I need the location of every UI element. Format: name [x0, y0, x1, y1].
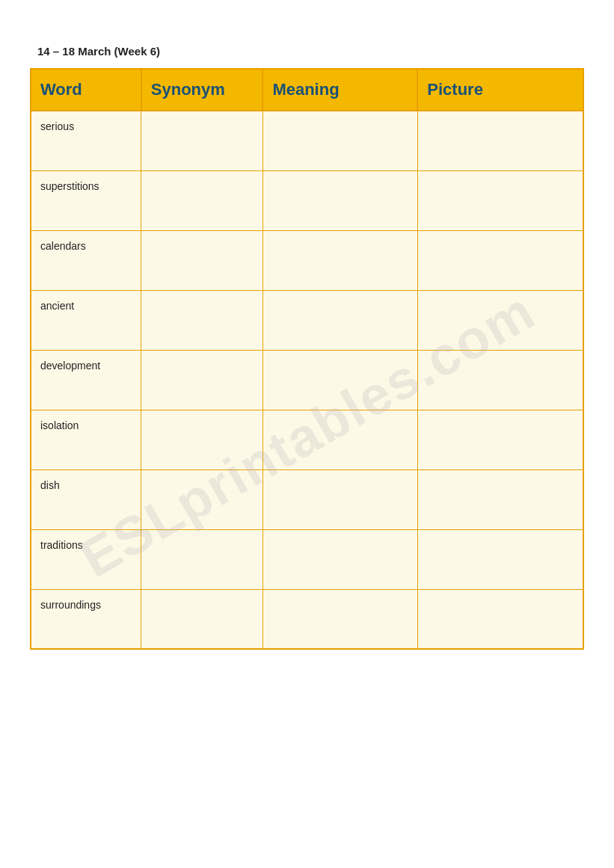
header-picture: Picture	[417, 69, 583, 111]
word-cell: serious	[31, 111, 141, 170]
meaning-cell	[263, 230, 417, 290]
table-row: isolation	[31, 410, 583, 470]
picture-cell	[417, 111, 583, 170]
header-word: Word	[31, 69, 141, 111]
word-cell: ancient	[31, 290, 141, 350]
table-row: dish	[31, 470, 583, 529]
meaning-cell	[263, 111, 417, 170]
synonym-cell	[141, 589, 263, 649]
synonym-cell	[141, 350, 263, 410]
table-row: development	[31, 350, 583, 410]
picture-cell	[417, 230, 583, 290]
meaning-cell	[263, 350, 417, 410]
table-row: superstitions	[31, 170, 583, 230]
word-cell: calendars	[31, 230, 141, 290]
table-row: ancient	[31, 290, 583, 350]
word-cell: traditions	[31, 529, 141, 589]
meaning-cell	[263, 290, 417, 350]
page-container: ESLprintables.com 14 – 18 March (Week 6)…	[0, 0, 614, 868]
header-synonym: Synonym	[141, 69, 263, 111]
picture-cell	[417, 470, 583, 529]
table-row: calendars	[31, 230, 583, 290]
word-cell: superstitions	[31, 170, 141, 230]
synonym-cell	[141, 470, 263, 529]
picture-cell	[417, 170, 583, 230]
synonym-cell	[141, 529, 263, 589]
picture-cell	[417, 410, 583, 470]
meaning-cell	[263, 470, 417, 529]
synonym-cell	[141, 111, 263, 170]
table-row: traditions	[31, 529, 583, 589]
picture-cell	[417, 290, 583, 350]
word-cell: dish	[31, 470, 141, 529]
synonym-cell	[141, 410, 263, 470]
meaning-cell	[263, 170, 417, 230]
synonym-cell	[141, 290, 263, 350]
synonym-cell	[141, 170, 263, 230]
word-cell: development	[31, 350, 141, 410]
word-cell: surroundings	[31, 589, 141, 649]
table-header-row: Word Synonym Meaning Picture	[31, 69, 583, 111]
picture-cell	[417, 529, 583, 589]
word-cell: isolation	[31, 410, 141, 470]
vocab-table: Word Synonym Meaning Picture serioussupe…	[30, 68, 584, 650]
table-row: serious	[31, 111, 583, 170]
meaning-cell	[263, 589, 417, 649]
table-row: surroundings	[31, 589, 583, 649]
synonym-cell	[141, 230, 263, 290]
picture-cell	[417, 350, 583, 410]
picture-cell	[417, 589, 583, 649]
meaning-cell	[263, 410, 417, 470]
meaning-cell	[263, 529, 417, 589]
header-meaning: Meaning	[263, 69, 417, 111]
date-label: 14 – 18 March (Week 6)	[37, 45, 584, 58]
